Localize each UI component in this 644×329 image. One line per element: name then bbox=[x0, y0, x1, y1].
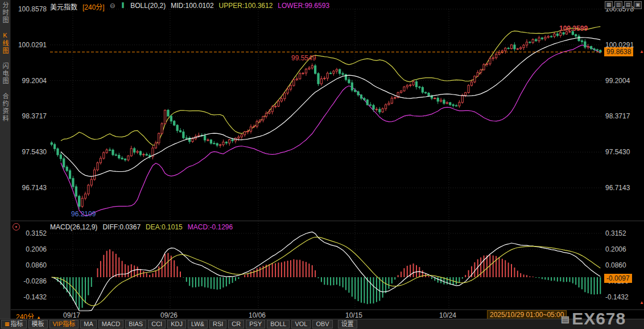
toolbar-button-label: VOL bbox=[295, 320, 307, 328]
toolbar-button-rsi[interactable]: RSI bbox=[209, 320, 226, 328]
date-label: 09/17 bbox=[63, 311, 80, 319]
red-dot-icon[interactable] bbox=[13, 223, 20, 231]
sidebar-tab-kline[interactable]: K线图 bbox=[1, 32, 10, 55]
toolbar-button-settings[interactable]: 设置 bbox=[338, 320, 357, 328]
toolbar-button-label: PSY bbox=[249, 320, 262, 328]
toolbar-button-label: 设置 bbox=[341, 320, 354, 328]
macd-indicator-label: MACD(26,12,9) bbox=[50, 223, 97, 231]
macd-axis-label-left: -0.0286 bbox=[11, 277, 47, 285]
watermark-text: EX678 bbox=[572, 309, 626, 328]
toolbar-button-vol[interactable]: VOL bbox=[291, 320, 311, 328]
collapse-icon[interactable]: ⊖ bbox=[110, 2, 115, 11]
macd-axis-label-right: 0.2006 bbox=[605, 245, 626, 253]
price-axis-label-right: 97.5430 bbox=[605, 148, 630, 156]
symbol-label: 美元指数 bbox=[50, 2, 77, 11]
toolbar-button-label: CR bbox=[232, 320, 241, 328]
toolbar-button-boll[interactable]: BOLL bbox=[267, 320, 290, 328]
period-label[interactable]: [240分] bbox=[82, 2, 105, 11]
chart-type-sidebar: 分时图 K线图 闪电图 合约资料 bbox=[0, 0, 11, 320]
price-axis-label-left: 100.0291 bbox=[11, 41, 47, 49]
grid-layout-icon[interactable]: ▦ bbox=[605, 1, 613, 9]
last-price-badge: 99.8638 bbox=[604, 47, 633, 56]
macd-axis-label-left: 0.0860 bbox=[11, 261, 47, 269]
toolbar-button-cci[interactable]: CCI bbox=[148, 320, 166, 328]
price-axis-label-left: 96.7143 bbox=[11, 184, 47, 192]
annotation-period-high: 100.3599 bbox=[559, 24, 588, 32]
price-chart-header: 美元指数 [240分] ⊖ ❚ BOLL(20,2) MID:100.0102 … bbox=[50, 2, 329, 11]
sidebar-tab-time-chart[interactable]: 分时图 bbox=[1, 2, 10, 24]
price-axis-label-left: 99.2004 bbox=[11, 77, 47, 85]
boll-indicator-label: BOLL(20,2) bbox=[130, 2, 166, 11]
macd-axis-label-right: 0.0860 bbox=[605, 261, 626, 269]
price-axis-label-left: 97.5430 bbox=[11, 148, 47, 156]
toolbar-button-psy[interactable]: PSY bbox=[246, 320, 265, 328]
toolbar-button-bias[interactable]: BIAS bbox=[125, 320, 146, 328]
toolbar-button-label: VIP指标 bbox=[53, 320, 76, 328]
macd-up-arrow-icon: ▲ bbox=[639, 300, 644, 305]
price-axis-label-right: 99.2004 bbox=[605, 77, 630, 85]
price-axis-label-right: 98.3717 bbox=[605, 112, 630, 120]
toolbar-button-label: BOLL bbox=[270, 320, 286, 328]
macd-panel-header: MACD(26,12,9) DIFF:0.0367 DEA:0.1015 MAC… bbox=[50, 223, 233, 231]
macd-axis-label-left: 0.2006 bbox=[11, 245, 47, 253]
last-macd-badge: -0.0097 bbox=[604, 274, 632, 283]
macd-axis-label-left: 0.3152 bbox=[11, 229, 47, 237]
toolbar-button-label: 指标 bbox=[11, 320, 23, 328]
trading-app-window: 分时图 K线图 闪电图 合约资料 美元指数 [240分] ⊖ ❚ BOLL(20… bbox=[0, 0, 644, 329]
annotation-period-low: 96.2109 bbox=[71, 210, 96, 218]
toolbar-button-kdj[interactable]: KDJ bbox=[167, 320, 186, 328]
chart-canvas[interactable] bbox=[0, 0, 644, 329]
split-vertical-icon[interactable]: ▤ bbox=[624, 1, 632, 9]
layout-icon-group: ▦ ▥ ▤ ▣ bbox=[605, 1, 642, 9]
macd-diff-value: DIFF:0.0367 bbox=[102, 223, 141, 231]
toolbar-button-label: MACD bbox=[102, 320, 120, 328]
macd-axis-label-right: -0.1432 bbox=[605, 293, 629, 301]
macd-axis-label-left: -0.1432 bbox=[11, 293, 47, 301]
annotation-local-high: 99.5549 bbox=[291, 54, 316, 62]
toolbar-button-label: KDJ bbox=[171, 320, 183, 328]
toolbar-button-label: 模板 bbox=[32, 320, 44, 328]
toolbar-button-indicators[interactable]: ▦指标 bbox=[1, 320, 27, 328]
toolbar-button-label: CCI bbox=[151, 320, 162, 328]
toolbar-button-label: MA bbox=[84, 320, 93, 328]
split-horizontal-icon[interactable]: ▥ bbox=[614, 1, 622, 9]
toolbar-button-label: BIAS bbox=[129, 320, 143, 328]
toolbar-button-templates[interactable]: 模板 bbox=[28, 320, 48, 328]
macd-axis-label-right: 0.3152 bbox=[605, 229, 626, 237]
price-axis-label-right: 96.7143 bbox=[605, 184, 630, 192]
indicator-toolbar: ▦指标模板VIP指标MAMACDBIASCCIKDJLW&RSICRPSYBOL… bbox=[0, 319, 644, 329]
watermark: ▤ EX678 bbox=[561, 309, 626, 328]
toolbar-button-cr[interactable]: CR bbox=[228, 320, 244, 328]
toolbar-button-macd[interactable]: MACD bbox=[98, 320, 123, 328]
indicator-grid-icon: ▦ bbox=[5, 320, 10, 328]
toolbar-button-ma[interactable]: MA bbox=[80, 320, 97, 328]
sidebar-tab-flash-chart[interactable]: 闪电图 bbox=[1, 63, 10, 85]
price-axis-label-left: 98.3717 bbox=[11, 112, 47, 120]
sidebar-tab-contract-info[interactable]: 合约资料 bbox=[1, 93, 10, 122]
candles-icon: ❚ bbox=[121, 2, 125, 11]
macd-hist-value: MACD:-0.1296 bbox=[188, 223, 233, 231]
boll-mid-value: MID:100.0102 bbox=[171, 2, 213, 11]
date-label: 09/26 bbox=[160, 311, 177, 319]
macd-dea-value: DEA:0.1015 bbox=[146, 223, 183, 231]
toolbar-button-label: RSI bbox=[213, 320, 223, 328]
boll-upper-value: UPPER:100.3612 bbox=[219, 2, 273, 11]
date-label: 10/24 bbox=[439, 311, 456, 319]
date-label: 10/06 bbox=[249, 311, 266, 319]
toolbar-button-vip-indicators[interactable]: VIP指标 bbox=[49, 320, 79, 328]
current-bar-time-badge: 2025/10/29 01:00~05:00 bbox=[487, 310, 567, 319]
price-up-arrow-icon: ▲ bbox=[639, 49, 644, 54]
toolbar-button-label: LW& bbox=[191, 320, 204, 328]
toolbar-button-lw[interactable]: LW& bbox=[188, 320, 208, 328]
watermark-logo-icon: ▤ bbox=[561, 314, 570, 324]
price-axis-label-left: 100.8578 bbox=[11, 5, 47, 13]
toolbar-button-label: OBV bbox=[316, 320, 329, 328]
boll-lower-value: LOWER:99.6593 bbox=[278, 2, 329, 11]
single-view-icon[interactable]: ▣ bbox=[634, 1, 642, 9]
date-label: 10/15 bbox=[345, 311, 362, 319]
toolbar-button-obv[interactable]: OBV bbox=[312, 320, 332, 328]
